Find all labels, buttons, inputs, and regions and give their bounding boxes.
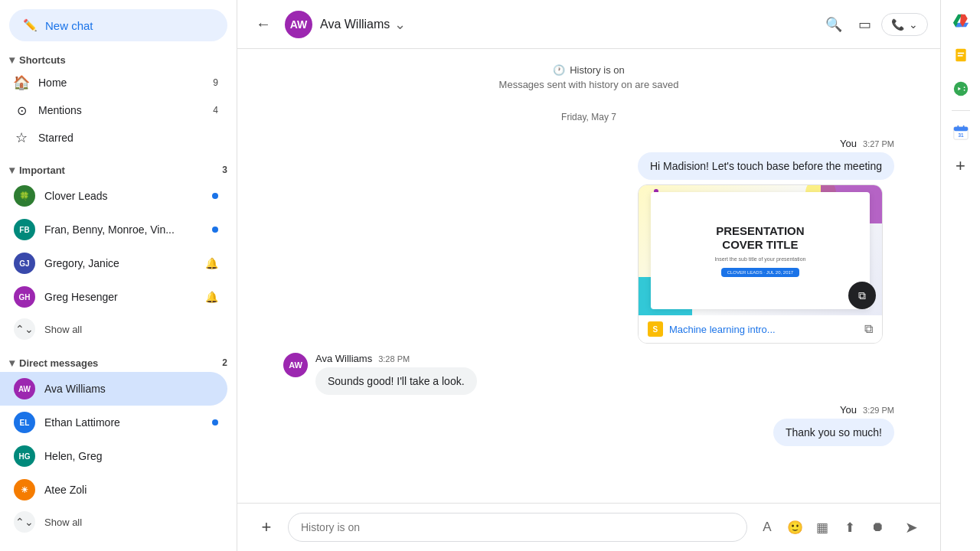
meet-icon [952, 80, 969, 97]
mentions-count: 4 [213, 105, 218, 116]
direct-messages-section-header[interactable]: ▾ Direct messages 2 [0, 350, 237, 372]
sidebar: ✏️ New chat ▾ Shortcuts 🏠 Home 9 ⊙ Menti… [0, 0, 237, 551]
show-all-dm-icon: ⌃⌄ [14, 511, 35, 533]
keep-icon [953, 47, 969, 63]
emoji-button[interactable]: 🙂 [782, 515, 807, 540]
back-button[interactable]: ← [250, 9, 277, 39]
clover-leads-avatar: 🍀 [14, 185, 35, 207]
history-on-subtitle: Messages sent with history on are saved [283, 79, 894, 90]
format-icon: A [763, 520, 771, 535]
shortcuts-item-mentions[interactable]: ⊙ Mentions 4 [0, 96, 227, 124]
history-icon: 🕐 [553, 64, 565, 76]
greg-hesenger-bell-icon: 🔔 [205, 291, 218, 303]
add-app-button[interactable]: + [946, 151, 976, 181]
ava-msg-avatar: AW [283, 353, 308, 377]
attachment-copy-icon[interactable]: ⧉ [864, 322, 873, 336]
google-meet-button[interactable] [946, 73, 976, 104]
message-time-2: 3:28 PM [378, 354, 410, 364]
shortcuts-item-starred[interactable]: ☆ Starred [0, 124, 227, 152]
pres-title: PRESENTATIONCOVER TITLE [716, 224, 804, 252]
sidebar-item-clover-leads[interactable]: 🍀 Clover Leads [0, 179, 227, 213]
gif-button[interactable]: ▦ [810, 515, 835, 540]
contact-name-text: Ava Williams [320, 18, 390, 31]
dm-show-all[interactable]: ⌃⌄ Show all [0, 507, 227, 537]
important-label: Important [19, 165, 65, 176]
search-button[interactable]: 🔍 [820, 11, 848, 38]
chat-input[interactable] [288, 513, 747, 542]
message-row-1: You 3:27 PM Hi Madision! Let's touch bas… [283, 138, 894, 344]
greg-hesenger-label: Greg Hesenger [44, 291, 196, 303]
format-text-button[interactable]: A [755, 515, 779, 540]
new-chat-button[interactable]: ✏️ New chat [9, 9, 227, 41]
right-sidebar: 31 + [940, 0, 980, 551]
message-content-1: You 3:27 PM Hi Madision! Let's touch bas… [638, 138, 894, 344]
attachment-preview: PRESENTATIONCOVER TITLE Insert the sub t… [639, 185, 882, 315]
message-meta-3: You 3:29 PM [773, 404, 894, 416]
record-button[interactable]: ⏺ [865, 515, 890, 540]
svg-rect-5 [963, 90, 965, 91]
date-divider: Friday, May 7 [283, 112, 894, 122]
chat-header-actions: 🔍 ▭ 📞 ⌄ [820, 11, 928, 38]
svg-rect-9 [962, 126, 964, 129]
emoji-icon: 🙂 [787, 520, 803, 536]
important-show-all[interactable]: ⌃⌄ Show all [0, 314, 227, 344]
message-row-3: You 3:29 PM Thank you so much! [283, 404, 894, 446]
sidebar-item-ava-williams[interactable]: AW Ava Williams [0, 372, 227, 406]
important-section-header[interactable]: ▾ Important 3 [0, 158, 237, 179]
fran-benny-avatar: FB [14, 219, 35, 240]
home-count: 9 [213, 77, 218, 88]
svg-rect-4 [963, 86, 965, 88]
message-sender-1: You [840, 138, 857, 149]
sidebar-item-fran-benny[interactable]: FB Fran, Benny, Monroe, Vin... [0, 213, 227, 246]
svg-rect-1 [957, 53, 963, 54]
call-button[interactable]: 📞 ⌄ [881, 13, 928, 36]
contact-name-button[interactable]: Ava Williams ⌄ [320, 16, 812, 33]
pres-cta: CLOVER LEADS · JUL 20, 2017 [721, 268, 800, 277]
sidebar-item-helen-greg[interactable]: HG Helen, Greg [0, 439, 227, 473]
input-actions: A 🙂 ▦ ⬆ ⏺ [755, 515, 890, 540]
message-meta-1: You 3:27 PM [638, 138, 894, 149]
sidebar-item-greg-hesenger[interactable]: GH Greg Hesenger 🔔 [0, 280, 227, 314]
attachment-footer: S Machine learning intro... ⧉ [639, 315, 882, 343]
history-notice: 🕐 History is on Messages sent with histo… [283, 64, 894, 90]
sidebar-item-ethan-lattimore[interactable]: EL Ethan Lattimore [0, 406, 227, 439]
ethan-lattimore-label: Ethan Lattimore [44, 416, 203, 429]
google-keep-button[interactable] [946, 40, 976, 70]
video-button[interactable]: ▭ [851, 11, 878, 38]
sidebar-item-atee-zoli[interactable]: ☀ Atee Zoli [0, 473, 227, 507]
fran-benny-unread-dot [212, 227, 218, 233]
ava-williams-label: Ava Williams [44, 383, 218, 395]
shortcuts-section-header[interactable]: ▾ Shortcuts [0, 47, 237, 69]
presentation-mock: PRESENTATIONCOVER TITLE Insert the sub t… [651, 192, 870, 309]
call-chevron-icon: ⌄ [909, 18, 918, 31]
google-calendar-button[interactable]: 31 [946, 117, 976, 148]
ava-williams-avatar: AW [14, 378, 35, 399]
add-icon: + [956, 156, 965, 176]
add-attachment-button[interactable]: + [253, 514, 280, 541]
message-bubble-2: Sounds good! I'll take a look. [315, 367, 477, 395]
starred-label: Starred [38, 132, 218, 144]
shortcuts-item-home[interactable]: 🏠 Home 9 [0, 69, 227, 96]
atee-zoli-avatar: ☀ [14, 479, 35, 500]
star-icon: ☆ [14, 130, 29, 145]
attachment-card[interactable]: PRESENTATIONCOVER TITLE Insert the sub t… [638, 184, 883, 344]
message-bubble-1: Hi Madision! Let's touch base before the… [638, 152, 894, 180]
spaces-section-header[interactable]: ▾ Spaces 5 [0, 543, 237, 551]
upload-button[interactable]: ⬆ [838, 515, 862, 540]
attachment-name[interactable]: Machine learning intro... [669, 324, 858, 335]
google-drive-button[interactable] [946, 6, 976, 37]
shortcuts-collapse-icon: ▾ [9, 54, 15, 66]
chat-input-area: + A 🙂 ▦ ⬆ ⏺ ➤ [237, 503, 940, 551]
message-sender-3: You [840, 404, 857, 416]
gregory-janice-label: Gregory, Janice [44, 257, 196, 269]
important-count: 3 [222, 165, 227, 175]
message-content-2: Ava Williams 3:28 PM Sounds good! I'll t… [315, 353, 477, 395]
dm-collapse-icon: ▾ [9, 357, 15, 369]
video-icon: ▭ [858, 16, 871, 33]
dm-show-all-label: Show all [44, 517, 82, 528]
sidebar-item-gregory-janice[interactable]: GJ Gregory, Janice 🔔 [0, 246, 227, 280]
main-chat-area: ← AW Ava Williams ⌄ 🔍 ▭ 📞 ⌄ 🕐 History is… [237, 0, 940, 551]
greg-hesenger-avatar: GH [14, 286, 35, 308]
gregory-janice-avatar: GJ [14, 253, 35, 274]
send-button[interactable]: ➤ [897, 514, 925, 541]
